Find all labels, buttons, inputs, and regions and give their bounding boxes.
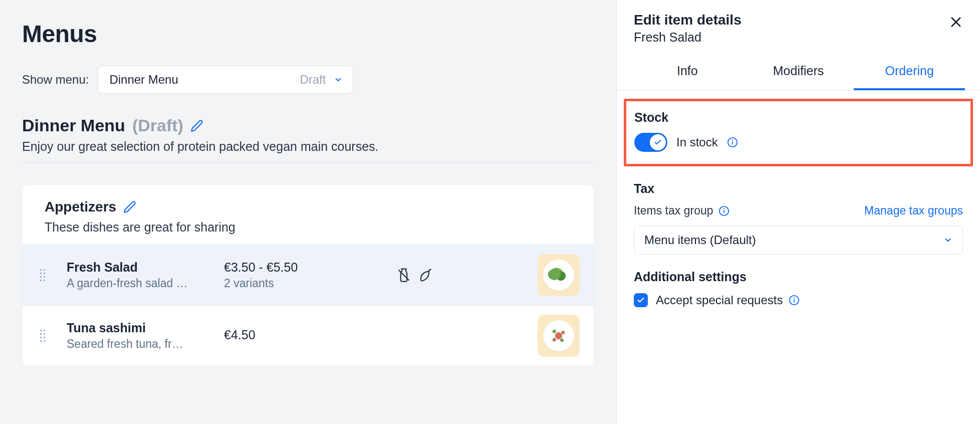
accept-requests-checkbox[interactable] bbox=[634, 293, 648, 307]
in-stock-label: In stock bbox=[676, 135, 718, 149]
section-card: Appetizers These dishes are great for sh… bbox=[22, 184, 594, 366]
panel-tabs: Info Modifiers Ordering bbox=[617, 54, 980, 91]
item-name: Fresh Salad bbox=[67, 260, 212, 275]
item-detail-panel: Edit item details Fresh Salad Info Modif… bbox=[616, 0, 980, 424]
check-icon bbox=[637, 296, 645, 304]
svg-point-8 bbox=[723, 208, 724, 209]
tax-group-select-value: Menu items (Default) bbox=[644, 233, 756, 247]
tax-group-label: Items tax group bbox=[634, 204, 729, 218]
chili-icon bbox=[418, 268, 433, 283]
info-icon[interactable] bbox=[789, 295, 800, 306]
show-menu-label: Show menu: bbox=[22, 73, 89, 87]
close-icon[interactable] bbox=[949, 15, 963, 29]
page-title: Menus bbox=[22, 20, 594, 48]
item-image bbox=[538, 254, 580, 296]
item-description: A garden-fresh salad … bbox=[67, 277, 212, 290]
section-description: These dishes are great for sharing bbox=[45, 220, 572, 235]
item-image bbox=[538, 315, 580, 357]
info-icon[interactable] bbox=[727, 137, 738, 148]
chevron-down-icon bbox=[334, 75, 343, 84]
pencil-icon[interactable] bbox=[190, 119, 203, 132]
info-icon[interactable] bbox=[718, 205, 729, 217]
item-price: €4.50 bbox=[224, 328, 324, 342]
tax-group-select[interactable]: Menu items (Default) bbox=[634, 226, 963, 255]
section-title: Appetizers bbox=[45, 199, 116, 215]
menu-select-value: Dinner Menu bbox=[109, 73, 178, 87]
svg-point-11 bbox=[794, 297, 795, 298]
item-name: Tuna sashimi bbox=[67, 321, 212, 335]
panel-subtitle: Fresh Salad bbox=[634, 30, 742, 45]
no-milk-icon bbox=[396, 268, 411, 283]
menu-status-badge: (Draft) bbox=[132, 116, 183, 135]
menu-description: Enjoy our great selection of protein pac… bbox=[22, 139, 594, 154]
tab-info[interactable]: Info bbox=[632, 54, 743, 90]
manage-tax-groups-link[interactable]: Manage tax groups bbox=[864, 204, 963, 218]
menu-select[interactable]: Dinner Menu Draft bbox=[98, 66, 353, 94]
divider bbox=[22, 162, 594, 162]
drag-handle-icon[interactable] bbox=[37, 327, 49, 344]
tax-heading: Tax bbox=[634, 181, 963, 196]
menu-item-row[interactable]: Tuna sashimi Seared fresh tuna, fr… €4.5… bbox=[23, 305, 594, 366]
item-variants: 2 variants bbox=[224, 277, 324, 290]
stock-highlight: Stock In stock bbox=[624, 99, 973, 166]
panel-title: Edit item details bbox=[634, 12, 742, 28]
menu-name: Dinner Menu bbox=[22, 116, 125, 135]
tab-modifiers[interactable]: Modifiers bbox=[743, 54, 854, 90]
item-price: €3.50 - €5.50 bbox=[224, 260, 324, 275]
in-stock-toggle[interactable] bbox=[634, 133, 667, 152]
item-description: Seared fresh tuna, fr… bbox=[67, 337, 212, 351]
tab-ordering[interactable]: Ordering bbox=[854, 54, 965, 90]
menu-select-status: Draft bbox=[300, 73, 326, 87]
svg-point-5 bbox=[732, 139, 733, 140]
chevron-down-icon bbox=[943, 236, 952, 245]
stock-heading: Stock bbox=[634, 110, 962, 125]
accept-requests-label: Accept special requests bbox=[656, 293, 800, 307]
check-icon bbox=[654, 138, 662, 146]
menu-item-row[interactable]: Fresh Salad A garden-fresh salad … €3.50… bbox=[23, 245, 594, 305]
pencil-icon[interactable] bbox=[123, 200, 136, 214]
drag-handle-icon[interactable] bbox=[37, 267, 49, 284]
additional-heading: Additional settings bbox=[634, 270, 963, 284]
